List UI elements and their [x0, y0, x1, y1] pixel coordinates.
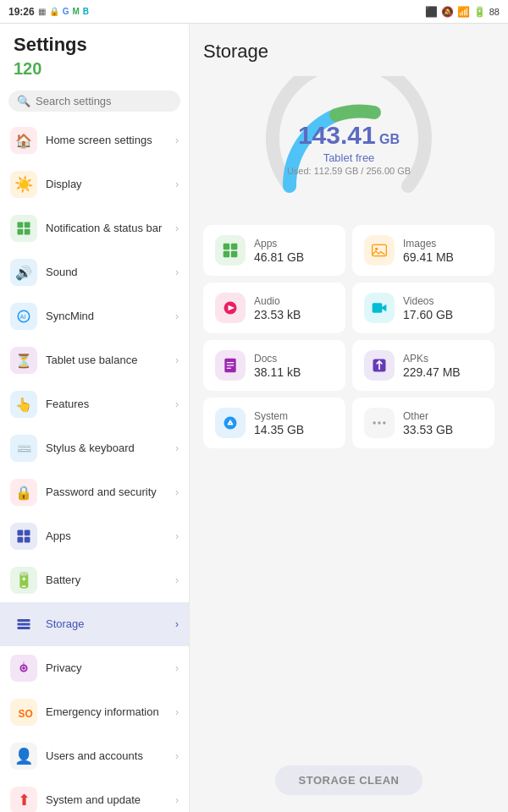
sidebar-item-home-screen[interactable]: 🏠 Home screen settings › — [0, 118, 189, 162]
images-card-icon — [364, 235, 395, 266]
search-input[interactable] — [36, 95, 172, 107]
storage-clean-button[interactable]: STORAGE CLEAN — [275, 765, 423, 795]
notification-icon — [10, 215, 37, 242]
sound-icon: 🔊 — [10, 259, 37, 286]
settings-version: 120 — [0, 59, 189, 85]
lock-icon: 🔒 — [49, 7, 59, 16]
storage-used-text: Used: 112.59 GB / 256.00 GB — [287, 166, 411, 176]
svg-rect-0 — [18, 222, 24, 228]
svg-rect-26 — [373, 303, 383, 313]
images-card-info: Images 69.41 MB — [403, 238, 454, 264]
storage-card-apps[interactable]: Apps 46.81 GB — [203, 225, 345, 276]
chevron-icon: › — [175, 266, 179, 278]
storage-center-info: 143.41 GB Tablet free Used: 112.59 GB / … — [287, 121, 411, 176]
storage-card-system[interactable]: System 14.35 GB — [203, 398, 345, 448]
svg-point-35 — [378, 421, 380, 424]
docs-card-info: Docs 38.11 kB — [254, 353, 301, 379]
chevron-icon: › — [175, 222, 179, 234]
storage-chart: 143.41 GB Tablet free Used: 112.59 GB / … — [203, 76, 494, 211]
sidebar-item-apps[interactable]: Apps › — [0, 514, 189, 558]
chevron-icon: › — [175, 574, 179, 586]
users-icon: 👤 — [10, 743, 37, 770]
svg-rect-21 — [231, 251, 238, 258]
search-box[interactable]: 🔍 — [8, 91, 180, 112]
donut-chart: 143.41 GB Tablet free Used: 112.59 GB / … — [264, 76, 433, 211]
storage-card-images[interactable]: Images 69.41 MB — [352, 225, 494, 276]
storage-card-docs[interactable]: Docs 38.11 kB — [203, 340, 345, 391]
storage-clean-container: STORAGE CLEAN — [203, 757, 494, 804]
g-icon: G — [63, 7, 69, 16]
storage-card-videos[interactable]: Videos 17.60 GB — [352, 283, 494, 333]
storage-free-unit: GB — [379, 132, 400, 146]
battery-icon: 🔋 — [473, 6, 486, 18]
storage-card-other[interactable]: Other 33.53 GB — [352, 398, 494, 448]
svg-rect-1 — [25, 222, 30, 228]
svg-rect-2 — [18, 229, 24, 235]
svg-rect-11 — [18, 623, 30, 626]
cast-icon: ⬛ — [425, 6, 438, 18]
storage-free-number: 143.41 — [298, 121, 376, 149]
chevron-icon: › — [175, 442, 179, 454]
settings-title: Settings — [0, 24, 189, 59]
sidebar-item-tablet-use[interactable]: ⏳ Tablet use balance › — [0, 338, 189, 382]
display-icon: ☀️ — [10, 171, 37, 198]
sidebar-item-notification[interactable]: Notification & status bar › — [0, 206, 189, 250]
audio-card-info: Audio 23.53 kB — [254, 295, 301, 321]
system-card-info: System 14.35 GB — [254, 410, 304, 436]
chevron-icon: › — [175, 486, 179, 498]
sidebar-item-privacy[interactable]: Privacy › — [0, 646, 189, 690]
svg-rect-9 — [25, 537, 30, 543]
svg-rect-7 — [25, 530, 30, 536]
chevron-icon: › — [175, 398, 179, 410]
system-card-icon — [215, 408, 246, 438]
storage-card-apks[interactable]: APKs 229.47 MB — [352, 340, 494, 391]
mute-icon: 🔕 — [441, 6, 454, 18]
storage-card-audio[interactable]: Audio 23.53 kB — [203, 283, 345, 333]
other-card-info: Other 33.53 GB — [403, 410, 453, 436]
sidebar-item-stylus[interactable]: ⌨️ Stylus & keyboard › — [0, 426, 189, 470]
battery-level: 88 — [489, 7, 500, 17]
page-title: Storage — [203, 41, 494, 63]
wifi-icon: 📶 — [457, 6, 470, 18]
privacy-icon — [10, 655, 37, 682]
svg-rect-19 — [231, 244, 238, 250]
sidebar-item-password[interactable]: 🔒 Password and security › — [0, 470, 189, 514]
videos-card-info: Videos 17.60 GB — [403, 295, 453, 321]
b-icon: B — [83, 7, 89, 16]
chevron-icon: › — [175, 750, 179, 762]
sidebar-item-system[interactable]: ⬆ System and update › — [0, 778, 189, 812]
status-bar: 19:26 ▦ 🔒 G M B ⬛ 🔕 📶 🔋 88 — [0, 0, 508, 24]
sidebar-item-battery[interactable]: 🔋 Battery › — [0, 558, 189, 602]
sidebar-item-syncmind[interactable]: AI SyncMind › — [0, 294, 189, 338]
sidebar-item-users[interactable]: 👤 Users and accounts › — [0, 734, 189, 778]
sidebar-item-sound[interactable]: 🔊 Sound › — [0, 250, 189, 294]
sidebar-item-display[interactable]: ☀️ Display › — [0, 162, 189, 206]
apps-card-info: Apps 46.81 GB — [254, 238, 304, 264]
svg-rect-20 — [224, 251, 230, 258]
svg-point-36 — [383, 421, 385, 424]
chevron-icon: › — [175, 134, 179, 146]
apks-card-info: APKs 229.47 MB — [403, 353, 461, 379]
system-icon: ⬆ — [10, 787, 37, 812]
storage-icon — [10, 611, 37, 638]
sim-icon: ▦ — [38, 7, 46, 16]
search-icon: 🔍 — [17, 95, 30, 107]
sidebar-item-storage[interactable]: Storage › — [0, 602, 189, 646]
chevron-icon: › — [175, 794, 179, 806]
chevron-icon: › — [175, 706, 179, 718]
chevron-icon: › — [175, 310, 179, 322]
apks-card-icon — [364, 350, 395, 381]
svg-rect-3 — [25, 229, 30, 235]
sidebar: Settings 120 🔍 🏠 Home screen settings › … — [0, 24, 190, 812]
sidebar-item-emergency[interactable]: SOS Emergency information › — [0, 690, 189, 734]
svg-point-15 — [22, 667, 25, 670]
svg-text:AI: AI — [20, 313, 26, 321]
m-icon: M — [72, 7, 79, 16]
svg-point-33 — [224, 417, 237, 430]
chevron-icon: › — [175, 662, 179, 674]
chevron-icon: › — [175, 618, 179, 630]
sidebar-item-features[interactable]: 👆 Features › — [0, 382, 189, 426]
svg-rect-6 — [18, 530, 24, 536]
svg-rect-8 — [18, 537, 24, 543]
content-area: Storage 143.41 GB — [190, 24, 508, 812]
